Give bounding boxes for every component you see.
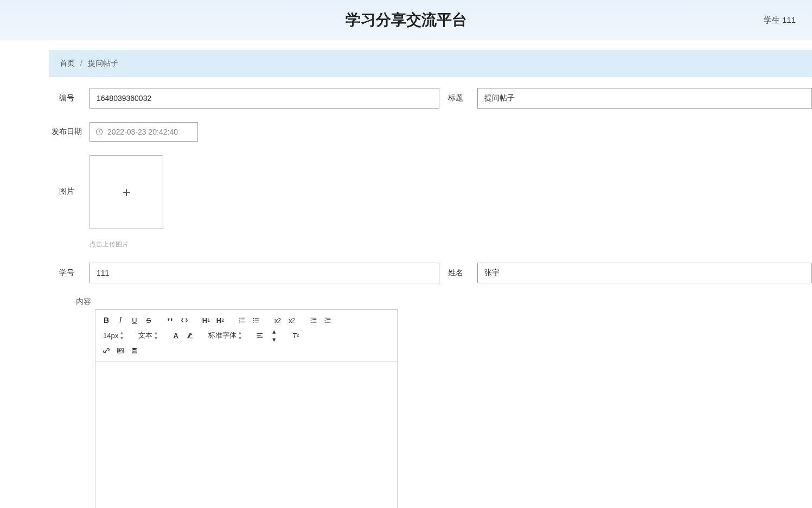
svg-rect-13 bbox=[133, 348, 135, 350]
svg-point-12 bbox=[119, 350, 120, 351]
strike-button[interactable]: S bbox=[142, 314, 155, 326]
unordered-list-button[interactable] bbox=[250, 314, 263, 326]
outdent-button[interactable] bbox=[307, 314, 320, 326]
image-upload-box[interactable]: + bbox=[89, 155, 163, 229]
plus-icon: + bbox=[122, 184, 130, 201]
name-field[interactable] bbox=[477, 263, 812, 283]
svg-rect-8 bbox=[257, 333, 263, 334]
date-label: 发布日期 bbox=[49, 127, 84, 137]
breadcrumb-separator: / bbox=[80, 59, 82, 67]
svg-rect-10 bbox=[257, 337, 263, 338]
image-button[interactable] bbox=[114, 345, 127, 357]
h1-button[interactable]: H1 bbox=[200, 314, 213, 326]
image-label: 图片 bbox=[49, 187, 84, 196]
font-size-select[interactable]: 14px ▴▾ bbox=[100, 330, 126, 341]
svg-point-3 bbox=[253, 320, 254, 321]
svg-rect-14 bbox=[133, 351, 136, 353]
student-id-field[interactable] bbox=[89, 263, 439, 283]
text-format-select[interactable]: 文本 ▴▾ bbox=[135, 330, 161, 341]
align-select[interactable]: ▴▾ bbox=[267, 329, 280, 341]
name-label: 姓名 bbox=[439, 268, 472, 278]
svg-point-1 bbox=[253, 318, 254, 319]
title-label: 标题 bbox=[439, 93, 472, 103]
quote-button[interactable] bbox=[164, 314, 177, 326]
id-field[interactable] bbox=[89, 88, 439, 109]
title-field[interactable] bbox=[477, 88, 812, 109]
clear-format-button[interactable]: Tx bbox=[289, 329, 302, 341]
font-family-select[interactable]: 标准字体 ▴▾ bbox=[205, 330, 245, 341]
h2-button[interactable]: H2 bbox=[214, 314, 227, 326]
id-label: 编号 bbox=[49, 93, 84, 103]
link-button[interactable] bbox=[100, 345, 113, 357]
student-id-label: 学号 bbox=[49, 268, 84, 278]
upload-hint: 点击上传图片 bbox=[89, 240, 163, 249]
superscript-button[interactable]: x2 bbox=[285, 314, 298, 326]
user-info[interactable]: 学生 111 bbox=[764, 15, 796, 26]
svg-rect-6 bbox=[254, 322, 259, 322]
code-button[interactable] bbox=[178, 314, 191, 326]
background-color-button[interactable] bbox=[183, 329, 196, 341]
breadcrumb-current: 提问帖子 bbox=[88, 59, 118, 67]
breadcrumb-home[interactable]: 首页 bbox=[60, 59, 75, 67]
svg-rect-7 bbox=[187, 338, 193, 338]
rich-text-editor: B I U S H1 H2 bbox=[95, 309, 398, 508]
underline-button[interactable]: U bbox=[128, 314, 141, 326]
date-value: 2022-03-23 20:42:40 bbox=[107, 128, 178, 136]
indent-button[interactable] bbox=[321, 314, 334, 326]
bold-button[interactable]: B bbox=[100, 314, 113, 326]
svg-point-5 bbox=[253, 322, 254, 323]
editor-content-area[interactable] bbox=[95, 361, 397, 508]
italic-button[interactable]: I bbox=[114, 314, 127, 326]
save-button[interactable] bbox=[128, 345, 141, 357]
subscript-button[interactable]: x2 bbox=[271, 314, 284, 326]
svg-rect-2 bbox=[254, 318, 259, 319]
page-title: 学习分享交流平台 bbox=[346, 10, 467, 30]
align-left-button[interactable] bbox=[253, 329, 266, 341]
editor-toolbar: B I U S H1 H2 bbox=[95, 310, 397, 361]
ordered-list-button[interactable] bbox=[235, 314, 248, 326]
clock-icon bbox=[95, 128, 103, 136]
page-header: 学习分享交流平台 学生 111 bbox=[0, 0, 812, 40]
content-label: 内容 bbox=[76, 297, 812, 307]
svg-rect-4 bbox=[254, 320, 259, 321]
breadcrumb: 首页 / 提问帖子 bbox=[49, 50, 812, 77]
svg-rect-9 bbox=[257, 335, 261, 335]
date-field[interactable]: 2022-03-23 20:42:40 bbox=[89, 122, 198, 142]
font-color-button[interactable]: A bbox=[169, 329, 182, 341]
